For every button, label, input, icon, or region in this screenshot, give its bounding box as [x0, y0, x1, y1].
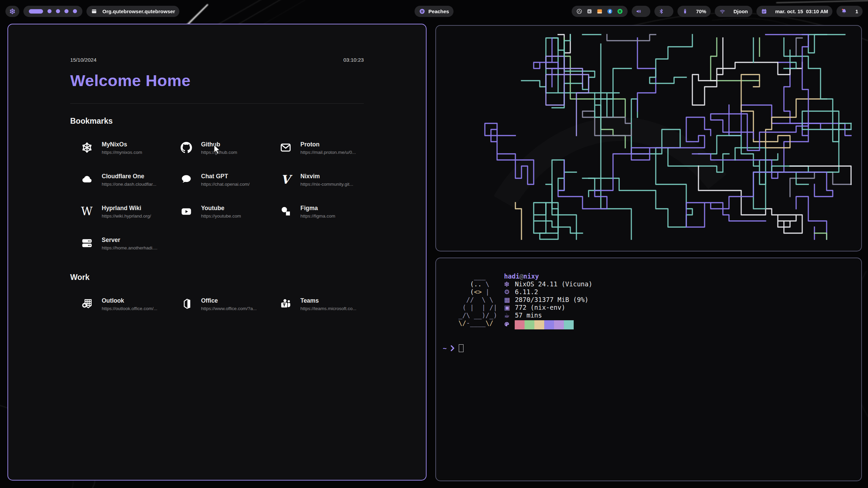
mouse-cursor	[214, 144, 221, 155]
workspace-5[interactable]	[73, 9, 77, 13]
bookmark-item[interactable]: Officehttps://www.office.com/?a...	[180, 297, 279, 312]
pipe	[558, 154, 650, 209]
figma-icon	[279, 204, 292, 218]
fetch-output: ___ (.. \ (<> | // \ \ ( | | /| _/\ __)/…	[443, 272, 854, 329]
section-heading-work: Work	[70, 273, 364, 282]
prompt-cwd: ~	[443, 344, 447, 352]
bookmark-item[interactable]: Chat GPThttps://chat.openai.com/	[180, 172, 279, 187]
bookmark-url: https://home.anotherhadi....	[102, 245, 157, 250]
battery-percent: 70%	[696, 8, 706, 14]
pipes-terminal-window[interactable]	[435, 25, 862, 251]
pipe	[692, 38, 802, 105]
fetch-header: hadi@nixy	[504, 272, 592, 280]
launcher-button[interactable]	[5, 6, 19, 17]
fetch-value: NixOS 24.11 (Vicuna)	[515, 280, 592, 288]
bookmark-name: Youtube	[201, 204, 241, 212]
workspace-2[interactable]	[47, 9, 52, 13]
bookmark-name: Nixvim	[300, 172, 353, 180]
bookmark-item[interactable]: Youtubehttps://youtube.com	[180, 204, 279, 219]
start-time: 03:10:23	[343, 57, 364, 63]
workspaces-indicator[interactable]	[23, 6, 82, 17]
bookmark-url: https://one.dash.cloudflar...	[102, 182, 156, 187]
pipe	[607, 35, 656, 41]
pipe	[650, 35, 692, 83]
obs-tray-icon[interactable]	[576, 8, 583, 15]
pipe	[637, 38, 656, 111]
network-chip[interactable]: Djoon	[715, 6, 752, 17]
bookmark-name: Office	[201, 297, 257, 304]
pipe	[808, 35, 845, 53]
clock-chip[interactable]: mar. oct. 15 03:10 AM	[756, 6, 833, 17]
calendar-icon	[761, 0, 772, 26]
shell-prompt[interactable]: ~	[443, 344, 854, 352]
bookmark-url: https://www.office.com/?a...	[201, 306, 257, 311]
bookmark-item[interactable]: Githubhttps://github.com	[180, 141, 279, 156]
palette-icon	[504, 321, 515, 329]
bluetooth-button[interactable]	[654, 6, 673, 17]
workspace-1-active[interactable]	[29, 9, 43, 14]
fetch-row-packages: ▣772 (nix-env)	[504, 304, 592, 311]
bluetooth-tray-icon[interactable]	[607, 8, 613, 15]
bookmark-url: https://youtube.com	[201, 214, 241, 219]
fetch-value: 2870/31377 MiB (9%)	[515, 296, 588, 303]
bookmark-url: https://chat.openai.com/	[201, 182, 250, 187]
bookmark-item[interactable]: VNixvimhttps://nix-community.git...	[279, 172, 378, 187]
fetch-terminal-window[interactable]: ___ (.. \ (<> | // \ \ ( | | /| _/\ __)/…	[435, 258, 862, 481]
fetch-row-kernel: ⚙6.11.2	[504, 288, 592, 296]
status-cluster: K 70% Djoon mar.	[572, 6, 863, 17]
files-tray-icon[interactable]	[596, 8, 603, 15]
work-grid: Outlookhttps://outlook.office.com/...Off…	[80, 297, 364, 312]
tux-ascii-art: ___ (.. \ (<> | // \ \ ( | | /| _/\ __)/…	[458, 272, 497, 329]
battery-chip[interactable]: 70%	[677, 6, 711, 17]
bookmark-item[interactable]: Cloudflare Onehttps://one.dash.cloudflar…	[80, 172, 180, 187]
now-playing-chip[interactable]: Peaches	[415, 6, 454, 17]
bookmark-name: Chat GPT	[201, 172, 250, 180]
volume-button[interactable]	[632, 6, 650, 17]
pipe	[589, 190, 631, 239]
spotify-tray-icon[interactable]	[617, 8, 623, 15]
chatgpt-icon	[180, 172, 193, 186]
terminal-cursor	[459, 344, 463, 352]
fetch-row-os: NixOS 24.11 (Vicuna)	[504, 280, 592, 288]
system-tray[interactable]: K	[572, 6, 628, 17]
bookmark-item[interactable]: MyNixOshttps://mynixos.com	[80, 141, 180, 156]
pipe	[796, 111, 851, 184]
fetch-info: hadi@nixy NixOS 24.11 (Vicuna)⚙6.11.2▦28…	[504, 272, 592, 329]
pipe	[790, 166, 851, 184]
server-icon	[80, 236, 93, 250]
bookmark-item[interactable]: Teamshttps://teams.microsoft.co...	[279, 297, 378, 312]
browser-window[interactable]: 15/10/2024 03:10:23 Welcome Home Bookmar…	[7, 24, 427, 481]
fetch-host: nixy	[524, 272, 539, 280]
bluetooth-icon	[658, 0, 669, 26]
bookmark-name: Proton	[300, 141, 356, 148]
bookmark-item[interactable]: Outlookhttps://outlook.office.com/...	[80, 297, 180, 312]
palette-swatch	[554, 320, 564, 329]
terminal-palette	[504, 320, 592, 329]
bookmark-item[interactable]: Figmahttps://figma.com	[279, 204, 378, 219]
battery-icon	[682, 0, 693, 26]
wifi-icon	[719, 0, 730, 26]
bookmark-item[interactable]: WHyprland Wikihttps://wiki.hyprland.org/	[80, 204, 180, 219]
memory-icon: ▦	[504, 296, 515, 304]
palette-swatch	[515, 320, 525, 329]
palette-swatch	[564, 320, 574, 329]
top-bar: Org.qutebrowser.qutebrowser Peaches K 70…	[5, 5, 863, 17]
bookmark-item[interactable]: Serverhttps://home.anotherhadi....	[80, 236, 180, 251]
workspace-3[interactable]	[56, 9, 60, 13]
keepassxc-tray-icon[interactable]: K	[586, 8, 593, 15]
speaker-icon	[635, 0, 647, 26]
notifications-chip[interactable]: 1	[836, 6, 863, 17]
svg-text:K: K	[588, 9, 591, 13]
bookmark-item[interactable]: Protonhttps://mail.proton.me/u/0...	[279, 141, 378, 156]
color-swatches	[515, 320, 574, 329]
nixvim-icon: V	[279, 172, 292, 186]
bookmark-url: https://mynixos.com	[102, 150, 142, 155]
packages-icon: ▣	[504, 304, 515, 311]
kernel-icon: ⚙	[504, 288, 515, 296]
active-window-chip[interactable]: Org.qutebrowser.qutebrowser	[86, 6, 179, 17]
bookmark-name: Figma	[300, 204, 335, 212]
network-ssid: Djoon	[733, 8, 748, 14]
workspace-4[interactable]	[64, 9, 68, 13]
fetch-row-memory: ▦2870/31377 MiB (9%)	[504, 296, 592, 304]
pipe	[515, 203, 521, 239]
